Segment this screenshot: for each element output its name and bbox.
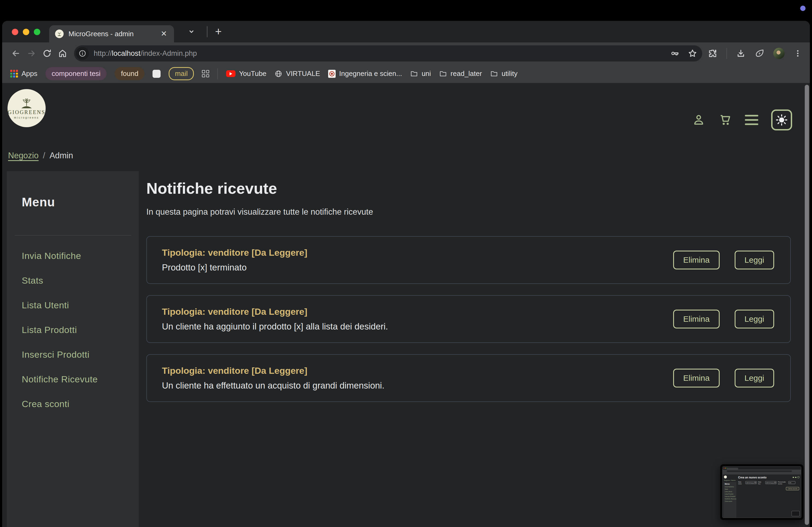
bookmark-ingegneria[interactable]: Ingegneria e scien... xyxy=(328,70,402,78)
site-info-icon[interactable] xyxy=(76,47,89,60)
notification-body: Un cliente ha aggiunto il prodotto [x] a… xyxy=(162,321,673,332)
youtube-icon xyxy=(226,70,235,77)
browser-toolbar: http://localhost/index-Admin.php xyxy=(2,42,810,64)
back-button[interactable] xyxy=(8,46,24,61)
bookmark-label: YouTube xyxy=(239,70,266,78)
notification-card: Tipologia: venditore [Da Leggere] Un cli… xyxy=(146,354,791,402)
reload-button[interactable] xyxy=(39,46,55,61)
bookmark-folder-utility[interactable]: utility xyxy=(490,70,518,78)
bookmark-label: read_later xyxy=(451,70,482,78)
delete-notification-button[interactable]: Elimina xyxy=(673,251,719,269)
logo-subtitle: microgreens xyxy=(14,116,39,119)
read-notification-button[interactable]: Leggi xyxy=(735,369,774,388)
close-window-button[interactable] xyxy=(12,29,18,35)
menubar-notification-dot xyxy=(800,6,806,11)
sidebar-item-lista-utenti[interactable]: Lista Utenti xyxy=(22,300,98,311)
university-seal-icon xyxy=(328,70,336,78)
apps-grid-icon xyxy=(10,70,18,77)
downloads-icon[interactable] xyxy=(736,48,746,59)
kebab-menu-icon[interactable] xyxy=(793,49,802,58)
bookmark-grid-icon[interactable] xyxy=(202,70,209,77)
url-path: /index-Admin.php xyxy=(141,49,197,57)
read-notification-button[interactable]: Leggi xyxy=(735,310,774,328)
bookmark-folder-uni[interactable]: uni xyxy=(410,70,431,78)
cart-icon[interactable] xyxy=(718,113,732,127)
breadcrumb-shop-link[interactable]: Negozio xyxy=(8,151,39,161)
account-icon[interactable] xyxy=(692,114,705,126)
zoom-window-button[interactable] xyxy=(34,29,40,35)
tab-strip: MicroGreens - admin ✕ + xyxy=(2,21,810,42)
delete-notification-button[interactable]: Elimina xyxy=(673,310,719,328)
home-button[interactable] xyxy=(55,46,70,61)
notification-body: Prodotto [x] terminato xyxy=(162,262,673,273)
pip-date-input: dd/mm/yyyy xyxy=(765,481,777,484)
notification-type: Tipologia: venditore [Da Leggere] xyxy=(162,306,673,317)
bookmark-label: Ingegneria e scien... xyxy=(339,70,402,78)
sidebar-item-crea-sconti[interactable]: Crea sconti xyxy=(22,399,98,409)
browser-window: MicroGreens - admin ✕ + http:/ xyxy=(2,21,810,527)
energy-saver-leaf-icon[interactable] xyxy=(755,48,765,59)
url-domain: localhost xyxy=(112,49,141,57)
sidebar-item-lista-prodotti[interactable]: Lista Prodotti xyxy=(22,325,98,335)
sun-icon xyxy=(775,114,788,126)
sidebar-item-stats[interactable]: Stats xyxy=(22,275,98,286)
sprout-icon xyxy=(57,32,62,36)
password-key-icon[interactable] xyxy=(670,48,680,58)
hamburger-menu-icon[interactable] xyxy=(745,115,758,125)
delete-notification-button[interactable]: Elimina xyxy=(673,369,719,388)
pip-bookmarks-bar xyxy=(723,472,801,475)
breadcrumb: Negozio / Admin xyxy=(8,151,73,161)
browser-tab[interactable]: MicroGreens - admin ✕ xyxy=(49,25,174,42)
pip-breadcrumb: Negozio / Admin xyxy=(724,480,736,481)
bookmark-star-icon[interactable] xyxy=(688,48,697,58)
globe-icon xyxy=(274,70,282,78)
tab-favicon-icon xyxy=(55,30,64,38)
pip-tab-strip xyxy=(723,467,801,470)
page-scrollbar-thumb[interactable] xyxy=(805,85,809,525)
bookmark-componenti-tesi[interactable]: componenti tesi xyxy=(45,67,106,80)
bookmarks-bar: Apps componenti tesi found mail YouTube … xyxy=(2,64,810,83)
tab-title: MicroGreens - admin xyxy=(69,30,160,38)
profile-avatar[interactable] xyxy=(773,48,785,59)
bookmark-apps[interactable]: Apps xyxy=(10,70,37,78)
admin-sidebar: Menu Invia Notifiche Stats Lista Utenti … xyxy=(7,171,139,527)
forward-button[interactable] xyxy=(24,46,39,61)
pip-sidebar: Menu Invia Notifiche Stats Lista Utenti … xyxy=(723,482,736,517)
bookmark-youtube[interactable]: YouTube xyxy=(226,70,266,78)
screen-preview-window[interactable]: Negozio / Admin Menu Invia Notifiche Sta… xyxy=(720,464,803,520)
site-logo[interactable]: GIOGREENS microgreens xyxy=(8,89,46,127)
page-content: GIOGREENS microgreens Negozio / Admin Me… xyxy=(2,83,810,527)
bookmark-found[interactable]: found xyxy=(115,67,144,80)
tab-close-icon[interactable]: ✕ xyxy=(160,29,168,39)
tab-search-chevron-icon[interactable] xyxy=(184,24,199,40)
pip-page-title: Crea un nuovo sconto xyxy=(738,476,767,479)
bookmark-favicon-square[interactable] xyxy=(153,70,161,78)
new-tab-button[interactable]: + xyxy=(215,26,222,37)
notification-type: Tipologia: venditore [Da Leggere] xyxy=(162,365,673,376)
sidebar-item-notifiche-ricevute[interactable]: Notifiche Ricevute xyxy=(22,374,98,385)
traffic-lights xyxy=(12,29,40,35)
theme-toggle-button[interactable] xyxy=(771,109,792,131)
sidebar-item-insersci-prodotti[interactable]: Insersci Prodotti xyxy=(22,349,98,360)
bookmark-folder-read-later[interactable]: read_later xyxy=(439,70,482,78)
read-notification-button[interactable]: Leggi xyxy=(735,251,774,269)
url-prefix: http:// xyxy=(94,49,112,57)
pip-submit-button: Carica sconto xyxy=(786,487,799,490)
sprout-icon xyxy=(19,97,33,109)
pip-logo xyxy=(724,476,727,479)
folder-icon xyxy=(490,70,498,78)
sidebar-title: Menu xyxy=(22,195,55,209)
minimize-window-button[interactable] xyxy=(23,29,29,35)
sidebar-item-invia-notifiche[interactable]: Invia Notifiche xyxy=(22,251,98,261)
address-bar[interactable]: http://localhost/index-Admin.php xyxy=(74,45,702,61)
pip-form: Data inizio: dd/mm/yyyy Data fine: dd/mm… xyxy=(738,481,799,485)
notification-list: Tipologia: venditore [Da Leggere] Prodot… xyxy=(146,236,791,413)
pip-toolbar xyxy=(723,470,801,472)
tabstrip-divider xyxy=(207,26,207,37)
breadcrumb-separator: / xyxy=(43,151,45,161)
bookmark-mail[interactable]: mail xyxy=(169,67,194,80)
bookmark-label: utility xyxy=(502,70,518,78)
extensions-puzzle-icon[interactable] xyxy=(708,48,718,59)
folder-icon xyxy=(410,70,418,78)
bookmark-virtuale[interactable]: VIRTUALE xyxy=(274,70,320,78)
